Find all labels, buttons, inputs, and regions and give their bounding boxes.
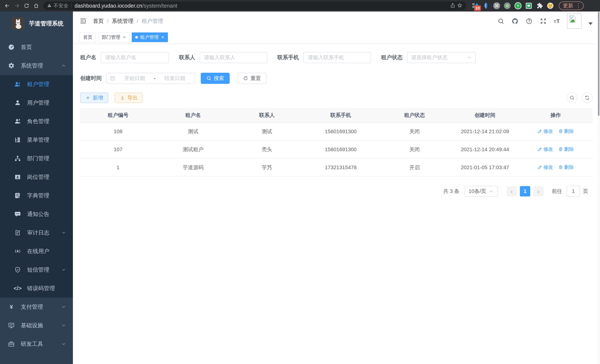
notes-diamond-extension-icon[interactable]: 10: [472, 2, 479, 9]
search-button[interactable]: 搜索: [201, 73, 230, 84]
sidebar-item-system-management[interactable]: 系统管理: [0, 56, 73, 75]
window-scrollbar[interactable]: [597, 11, 600, 364]
browser-home-button[interactable]: [32, 1, 40, 10]
sidebar-item-audit-log[interactable]: 审计日志: [0, 223, 73, 242]
page-1-button[interactable]: 1: [520, 186, 530, 196]
puzzle-extensions-icon[interactable]: [536, 2, 543, 9]
create-time-range-picker[interactable]: 开始日期 - 结束日期: [106, 73, 195, 84]
prev-page-button[interactable]: ‹: [506, 186, 517, 196]
avatar-dropdown-caret-icon[interactable]: [589, 22, 593, 25]
sidebar-item-dict-management[interactable]: 字典管理: [0, 186, 73, 205]
cell-id: 107: [80, 140, 156, 159]
download-icon: [120, 95, 125, 100]
breadcrumb: 首页 / 系统管理 / 租户管理: [93, 18, 163, 25]
tenant-users-icon: [14, 81, 21, 88]
sidebar-item-payment-management[interactable]: ¥支付管理: [0, 298, 73, 316]
tab-label: 首页: [83, 34, 92, 40]
sidebar-item-user-management[interactable]: 用户管理: [0, 93, 73, 112]
refresh-table-button[interactable]: [582, 92, 593, 103]
status-select[interactable]: 请选择租户状态: [407, 52, 476, 63]
browser-back-button[interactable]: [3, 1, 11, 10]
sidebar-item-error-code-management[interactable]: </>错误码管理: [0, 279, 73, 298]
cell-actions: 修改删除: [519, 159, 593, 177]
y-green-extension-icon[interactable]: Y: [514, 2, 522, 9]
app-title: 芋道管理系统: [29, 20, 64, 28]
tab-close-icon[interactable]: ×: [122, 34, 126, 40]
breadcrumb-current: 租户管理: [141, 18, 163, 25]
browser-update-button[interactable]: 更新 ⋮: [559, 1, 584, 10]
sidebar-fold-icon[interactable]: [80, 18, 87, 25]
breadcrumb-home[interactable]: 首页: [93, 18, 104, 25]
emoji-extension-icon[interactable]: [547, 2, 554, 9]
col-contact: 联系人: [230, 108, 303, 122]
address-bar[interactable]: 不安全 dashboard.yudao.iocoder.cn/system/te…: [43, 1, 466, 10]
sidebar-item-infrastructure[interactable]: 基础设施: [0, 316, 73, 335]
tab-tenant-management[interactable]: 租户管理 ×: [132, 32, 168, 42]
delete-button[interactable]: 删除: [558, 146, 574, 152]
sidebar-item-role-management[interactable]: 角色管理: [0, 112, 73, 131]
export-button[interactable]: 导出: [115, 93, 143, 103]
dashboard-icon: [8, 44, 15, 51]
edit-button[interactable]: 修改: [537, 128, 553, 134]
app-logo[interactable]: 芋道管理系统: [0, 11, 73, 35]
sidebar: 芋道管理系统 首页系统管理租户管理用户管理角色管理菜单管理部门管理岗位管理字典管…: [0, 11, 73, 364]
chevron-up-icon: [61, 63, 66, 68]
start-date-placeholder[interactable]: 开始日期: [118, 75, 151, 82]
font-size-icon[interactable]: TT: [554, 18, 560, 24]
fullscreen-icon[interactable]: [540, 18, 547, 25]
url-text[interactable]: dashboard.yudao.iocoder.cn/system/tenant: [75, 3, 450, 9]
chevron-down-icon: [61, 323, 66, 328]
reset-button[interactable]: 重置: [237, 73, 266, 84]
search-icon: [206, 76, 212, 81]
bookmark-star-icon[interactable]: [457, 3, 462, 9]
sidebar-item-dev-tools[interactable]: 研发工具: [0, 335, 73, 353]
scrollbar-thumb[interactable]: [598, 12, 600, 116]
phone-input[interactable]: [303, 52, 371, 63]
trash-icon: [558, 165, 563, 169]
command-extension-icon[interactable]: ⌘: [493, 2, 500, 9]
recorder-extension-icon[interactable]: [504, 2, 511, 9]
sidebar-item-label: 审计日志: [27, 229, 49, 237]
edit-button[interactable]: 修改: [537, 164, 553, 170]
sidebar-item-label: 部门管理: [27, 155, 49, 162]
share-icon[interactable]: [450, 3, 455, 9]
green-chat-extension-icon[interactable]: [525, 2, 533, 9]
browser-reload-button[interactable]: [22, 1, 31, 10]
yuan-icon: ¥: [8, 303, 15, 310]
spinnaker-extension-icon[interactable]: [482, 2, 490, 9]
browser-forward-button[interactable]: [13, 1, 21, 10]
contact-input[interactable]: [200, 52, 267, 63]
github-icon[interactable]: [512, 18, 519, 25]
sidebar-item-notice[interactable]: 通知公告: [0, 205, 73, 223]
avatar[interactable]: [567, 14, 581, 29]
sidebar-item-post-management[interactable]: 岗位管理: [0, 168, 73, 186]
delete-button[interactable]: 删除: [558, 164, 574, 170]
sidebar-item-online-user[interactable]: 在线用户: [0, 242, 73, 261]
sidebar-item-sms-management[interactable]: 短信管理: [0, 261, 73, 279]
cell-phone: 17321315478: [303, 159, 378, 177]
end-date-placeholder[interactable]: 结束日期: [158, 75, 191, 82]
security-label[interactable]: 不安全: [53, 2, 68, 9]
sidebar-item-home[interactable]: 首页: [0, 38, 73, 56]
help-icon[interactable]: [525, 18, 533, 25]
tab-home[interactable]: 首页: [80, 32, 96, 42]
edit-button[interactable]: 修改: [537, 146, 553, 152]
trash-icon: [558, 147, 563, 152]
browser-menu-icon[interactable]: ⋮: [575, 3, 581, 9]
sidebar-item-dept-management[interactable]: 部门管理: [0, 149, 73, 168]
status-label: 租户状态: [381, 54, 403, 61]
delete-button[interactable]: 删除: [558, 128, 574, 134]
breadcrumb-system[interactable]: 系统管理: [112, 18, 133, 25]
goto-page-input[interactable]: [567, 186, 580, 197]
next-page-button[interactable]: ›: [533, 186, 544, 196]
tenant-name-input[interactable]: [101, 52, 169, 63]
add-button[interactable]: 新增: [80, 93, 108, 103]
header-search-icon[interactable]: [497, 18, 505, 25]
sidebar-item-menu-management[interactable]: 菜单管理: [0, 131, 73, 149]
page-size-select[interactable]: 10条/页: [465, 186, 497, 197]
sidebar-item-tenant-management[interactable]: 租户管理: [0, 75, 73, 93]
tenant-name-label: 租户名: [80, 54, 96, 61]
tab-close-icon[interactable]: ×: [161, 34, 164, 40]
toggle-search-button[interactable]: [567, 92, 577, 103]
tab-dept-management[interactable]: 部门管理 ×: [98, 32, 130, 42]
